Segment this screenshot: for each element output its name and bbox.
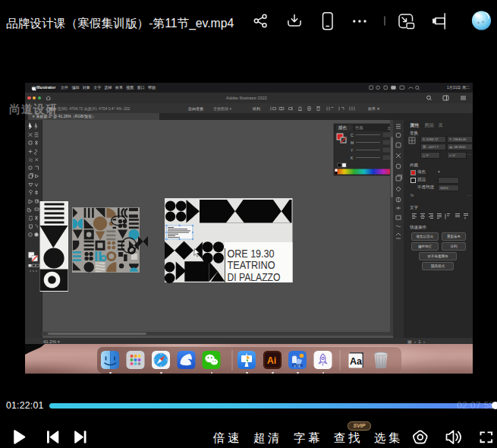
svg-text:颜色: 颜色: [338, 125, 348, 130]
svg-text:自习室: 自习室: [294, 364, 300, 367]
svg-text:Ai: Ai: [267, 355, 276, 366]
svg-text:≡: ≡: [388, 126, 390, 131]
svg-text:TEATRINO: TEATRINO: [228, 259, 275, 271]
svg-text:ORE 19.30: ORE 19.30: [228, 248, 275, 260]
svg-text:C: C: [351, 133, 354, 137]
svg-text:M: M: [351, 140, 354, 145]
svg-text:色板: 色板: [355, 125, 364, 130]
svg-text:Aa: Aa: [350, 355, 363, 366]
svg-text:DI PALAZZO: DI PALAZZO: [228, 271, 281, 283]
